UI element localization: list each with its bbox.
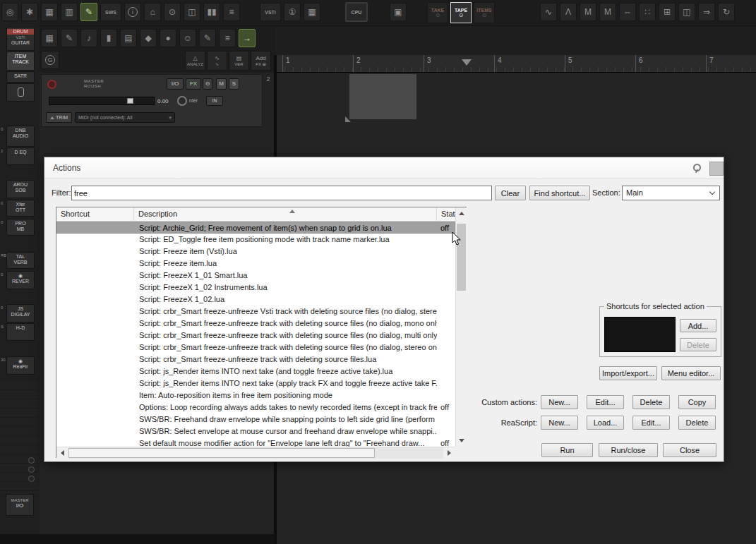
close-button[interactable]: Close [663,443,716,457]
action-row[interactable]: SWS/BR: Freehand draw envelope while sna… [56,413,455,425]
snap-grid-icon[interactable]: ⊞ [659,3,676,21]
media-explorer-icon[interactable]: ◎ [1,3,18,21]
step-sequencer-icon[interactable]: ▤ [120,29,137,47]
render-icon[interactable]: ⇒ [698,3,715,21]
find-shortcut-button[interactable]: Find shortcut... [529,186,590,200]
sidebar-button[interactable]: ◉ REVER [6,271,35,289]
column-description[interactable]: Description [134,207,437,222]
record-arm-icon[interactable] [47,80,56,89]
dialog-titlebar[interactable]: Actions [44,157,724,179]
sidebar-item-master-io[interactable]: MASTER I/O [6,494,34,516]
sidebar-button[interactable]: SATR [6,71,35,83]
grid-settings-button[interactable]: G [41,51,62,69]
sidebar-item-pro-mb[interactable]: 0 PRO MB [0,219,40,236]
sidebar-item-drum-guitar[interactable]: DRUM VSTi GUITAR [0,27,40,51]
action-row[interactable]: Script: crbr_Smart freeze-unfreeze Vsti … [56,306,455,318]
duplicate-icon[interactable]: ◫ [678,3,695,21]
insert-item-icon[interactable]: ① [284,3,301,21]
cpu-meter-button[interactable]: CPU [345,2,368,22]
sidebar-button[interactable] [6,83,35,102]
action-row[interactable]: Script: js_Render items INTO next take (… [56,377,455,389]
add-shortcut-button[interactable]: Add... [680,319,716,332]
action-row[interactable]: Set default mouse modifier action for "E… [56,437,455,447]
knob-icon[interactable] [28,466,35,473]
info-icon[interactable]: i [124,3,141,21]
trim-button[interactable]: TRIM [46,112,72,123]
add-fx-button[interactable]: Add FX ⊞ [251,51,271,71]
midi-input-dropdown[interactable]: MIDI (not connected): All▾ [75,112,175,123]
metronome-icon[interactable]: ◆ [140,29,157,47]
action-row[interactable]: SWS/BR: Select envelope at mouse cursor … [56,425,455,437]
volume-fader[interactable] [49,97,155,105]
action-row[interactable]: Script: crbr_Smart freeze-unfreeze track… [56,341,455,353]
grid-icon[interactable]: ▦ [304,3,320,21]
sidebar-item-tal-verb[interactable]: RB TAL VERB [0,252,40,269]
quill-icon[interactable]: ✎ [61,29,78,47]
mute-button[interactable]: M [216,78,227,90]
fader-icon[interactable]: ≡ [219,29,236,47]
action-row[interactable]: Script: Archie_Grid; Free movement of it… [56,222,455,234]
action-row[interactable]: Item: Auto-reposition items in free item… [56,389,455,401]
sidebar-button[interactable]: DNB AUDIO [6,126,35,147]
run-button[interactable]: Run [541,443,593,457]
sidebar-button[interactable]: PRO MB [6,219,35,236]
pan-knob[interactable] [177,96,187,106]
action-row[interactable]: Script: FreezeX 1_02 Instruments.lua [56,282,455,294]
grid-dots-icon[interactable]: ∷ [639,3,656,21]
input-button[interactable]: IN [206,96,223,106]
filter-input[interactable] [71,186,492,200]
custom-copy-button[interactable]: Copy [678,395,716,409]
action-row[interactable]: Options: Loop recording always adds take… [56,401,455,413]
sidebar-item-hd[interactable]: S H-D [0,323,40,341]
vsti-dropdown[interactable]: VSTi [260,3,281,21]
stretch-icon[interactable]: ⇔ [619,3,636,21]
import-export-button[interactable]: Import/export... [599,366,657,380]
scroll-down-button[interactable] [456,435,467,447]
sidebar-item-deq[interactable]: 2 D EQ [0,147,40,165]
menu-editor-button[interactable]: Menu editor... [661,366,721,380]
section-select[interactable]: Main [622,186,720,200]
knob-icon[interactable] [28,457,35,464]
action-row[interactable]: Script: crbr_Smart freeze-unfreeze track… [56,353,455,365]
sidebar-button[interactable]: DRUM VSTi GUITAR [6,27,35,51]
settings-gear-icon[interactable]: ✱ [21,3,38,21]
custom-delete-button[interactable]: Delete [632,395,670,409]
version-button[interactable]: ▤ VER [229,51,249,71]
piano-roll-icon[interactable]: ▮ [100,29,117,47]
sidebar-item-arou-sob[interactable]: AROU SOB [0,180,40,198]
custom-new-button[interactable]: New... [541,395,578,409]
io-button[interactable]: I/O [167,78,184,90]
tape-mode-button[interactable]: TAPE ⊙ [450,2,472,23]
edit-cursor-marker[interactable] [462,59,472,66]
save-project-icon[interactable]: ▦ [41,3,58,21]
scroll-right-button[interactable] [443,447,455,459]
sidebar-item-satr[interactable]: SATR [0,71,40,83]
solo-button[interactable]: S [229,78,239,90]
action-row[interactable]: Script: Freeze item.lua [56,258,455,270]
timeline-ruler[interactable]: 1234567 [277,55,756,73]
draw-icon[interactable]: ✎ [199,29,216,47]
sws-icon[interactable]: SWS [100,3,121,21]
microphone-icon[interactable]: ● [160,29,176,47]
route-arrow-icon[interactable]: → [239,29,256,47]
sidebar-item-mic[interactable] [0,83,40,102]
zoom-icon[interactable]: ⊙ [164,3,181,21]
freehand-icon[interactable]: ∿ ∿ [207,51,227,71]
reascript-edit-button[interactable]: Edit... [632,416,670,430]
reascript-load-button[interactable]: Load... [587,416,624,430]
dock-button[interactable] [709,162,724,176]
envelope-icon[interactable]: Λ [560,3,577,21]
sidebar-item-reafir[interactable]: 30 ◉ ReaFir [0,356,40,375]
take-mode-button[interactable]: TAKE ⊙ [427,2,448,23]
action-row[interactable]: Script: Freeze item (Vsti).lua [56,246,455,258]
trash-icon[interactable]: ▥ [61,3,78,21]
action-row[interactable]: Script: FreezeX 1_02.lua [56,294,455,306]
items-mode-button[interactable]: ITEMS ⊙ [474,2,495,23]
sidebar-item-item-track[interactable]: ITEM TRACK [0,52,40,71]
drum-pads-icon[interactable]: ▦ [41,29,58,47]
docker-icon[interactable]: ◫ [184,3,200,21]
action-row[interactable]: Script: FreezeX 1_01 Smart.lua [56,270,455,282]
sidebar-item-rever[interactable]: 0 ◉ REVER [0,271,40,289]
column-shortcut[interactable]: Shortcut [56,207,134,222]
action-row[interactable]: Script: crbr_Smart freeze-unfreeze track… [56,318,455,330]
